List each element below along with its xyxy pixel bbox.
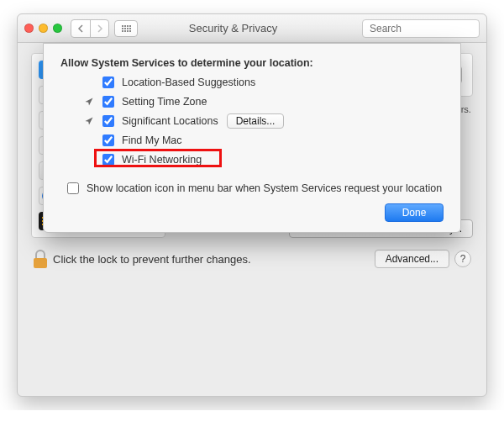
option-location-suggestions: Location-Based Suggestions: [84, 74, 444, 91]
checkbox-location-suggestions[interactable]: [102, 76, 114, 88]
option-wifi-networking: Wi-Fi Networking: [99, 151, 444, 168]
checkbox-significant-locations[interactable]: [102, 115, 114, 127]
done-button[interactable]: Done: [385, 203, 444, 222]
window-title: Security & Privacy: [143, 22, 323, 34]
close-window-button[interactable]: [24, 24, 34, 33]
option-label: Show location icon in menu bar when Syst…: [87, 182, 442, 194]
checkbox-find-my-mac[interactable]: [102, 134, 114, 146]
nav-buttons: [71, 19, 109, 38]
compass-icon: [84, 97, 94, 107]
option-find-my-mac: Find My Mac: [84, 132, 444, 149]
significant-locations-details-button[interactable]: Details...: [227, 113, 285, 129]
checkbox-wifi-networking[interactable]: [102, 154, 114, 166]
zoom-window-button[interactable]: [53, 24, 62, 33]
checkbox-time-zone[interactable]: [102, 96, 114, 108]
show-all-button[interactable]: [114, 20, 138, 37]
option-label: Significant Locations: [122, 115, 218, 127]
search-input[interactable]: [368, 22, 497, 35]
compass-icon: [84, 116, 94, 126]
help-button[interactable]: ?: [454, 251, 471, 267]
minimize-window-button[interactable]: [39, 24, 48, 33]
back-button[interactable]: [71, 20, 90, 37]
search-field[interactable]: [362, 19, 480, 38]
option-label: Location-Based Suggestions: [122, 76, 255, 88]
titlebar: Security & Privacy: [18, 14, 486, 43]
option-time-zone: Setting Time Zone: [84, 93, 444, 110]
option-menu-bar-icon: Show location icon in menu bar when Syst…: [64, 180, 444, 197]
option-significant-locations: Significant Locations Details...: [84, 113, 444, 129]
lock-icon[interactable]: [33, 250, 48, 268]
advanced-button[interactable]: Advanced...: [375, 250, 449, 268]
lock-text: Click the lock to prevent further change…: [53, 253, 251, 266]
options-list: Location-Based Suggestions Setting Time …: [60, 74, 444, 168]
option-label: Find My Mac: [122, 134, 182, 146]
option-label: Setting Time Zone: [122, 96, 207, 108]
system-services-sheet: Allow System Services to determine your …: [43, 43, 461, 233]
sheet-heading: Allow System Services to determine your …: [60, 57, 444, 69]
footer: Click the lock to prevent further change…: [31, 250, 473, 268]
option-label: Wi-Fi Networking: [122, 154, 202, 166]
checkbox-menu-bar-icon[interactable]: [67, 182, 79, 194]
preferences-window: Security & Privacy: [17, 13, 487, 397]
forward-button[interactable]: [90, 20, 108, 37]
content-area: 17 Photos Acces: [18, 43, 486, 396]
window-controls: [24, 24, 62, 33]
